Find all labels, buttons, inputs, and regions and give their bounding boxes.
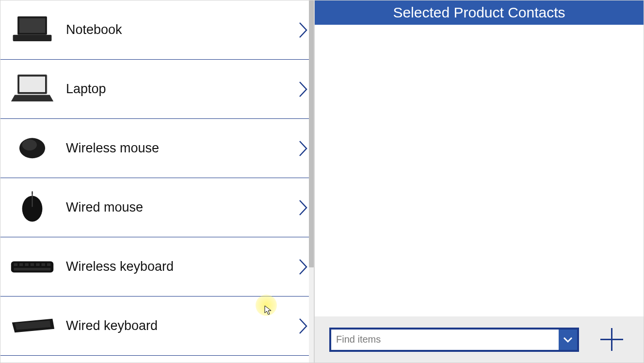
svg-rect-1 — [19, 18, 45, 33]
product-label: Notebook — [66, 22, 297, 37]
svg-rect-19 — [14, 267, 51, 270]
scrollbar[interactable] — [309, 0, 314, 363]
product-row-wired-keyboard[interactable]: Wired keyboard — [0, 297, 314, 356]
product-list-panel: Notebook Laptop Wireless — [0, 0, 314, 363]
chevron-right-icon — [297, 257, 309, 277]
add-button[interactable] — [598, 326, 625, 353]
laptop-icon — [9, 72, 55, 106]
svg-rect-14 — [25, 263, 29, 266]
wired-mouse-icon — [9, 191, 55, 225]
find-items-input[interactable] — [331, 330, 559, 350]
product-list: Notebook Laptop Wireless — [0, 0, 314, 363]
svg-marker-5 — [11, 95, 53, 101]
product-label: Wireless keyboard — [66, 259, 297, 274]
product-label: Wireless mouse — [66, 141, 297, 156]
svg-rect-16 — [36, 263, 40, 266]
wireless-keyboard-icon — [9, 250, 55, 284]
wired-keyboard-icon — [9, 309, 55, 343]
app-root: Notebook Laptop Wireless — [0, 0, 644, 363]
svg-rect-12 — [14, 263, 18, 266]
chevron-right-icon — [297, 198, 309, 217]
svg-point-7 — [22, 139, 37, 150]
contacts-header: Selected Product Contacts — [315, 0, 644, 25]
product-row-wireless-mouse[interactable]: Wireless mouse — [0, 119, 314, 178]
contacts-panel: Selected Product Contacts — [314, 0, 644, 363]
chevron-down-icon[interactable] — [559, 330, 577, 350]
svg-rect-11 — [11, 261, 53, 272]
svg-rect-4 — [19, 77, 45, 92]
svg-rect-13 — [19, 263, 23, 266]
chevron-right-icon — [297, 80, 309, 99]
wireless-mouse-icon — [9, 132, 55, 165]
product-row-notebook[interactable]: Notebook — [0, 0, 314, 60]
scrollbar-thumb[interactable] — [309, 0, 314, 267]
notebook-icon — [9, 13, 55, 47]
product-label: Laptop — [66, 82, 297, 97]
svg-rect-15 — [31, 263, 34, 266]
svg-rect-18 — [47, 263, 51, 266]
svg-rect-17 — [42, 263, 46, 266]
product-row-wireless-keyboard[interactable]: Wireless keyboard — [0, 237, 314, 297]
product-label: Wired keyboard — [66, 318, 297, 333]
contacts-footer — [315, 316, 644, 363]
chevron-right-icon — [297, 139, 309, 158]
chevron-right-icon — [297, 20, 309, 40]
chevron-right-icon — [297, 316, 309, 336]
product-row-laptop[interactable]: Laptop — [0, 60, 314, 119]
find-items-combo[interactable] — [329, 328, 579, 352]
contacts-body — [315, 25, 644, 316]
product-label: Wired mouse — [66, 200, 297, 215]
svg-rect-2 — [13, 35, 52, 41]
product-row-wired-mouse[interactable]: Wired mouse — [0, 178, 314, 237]
